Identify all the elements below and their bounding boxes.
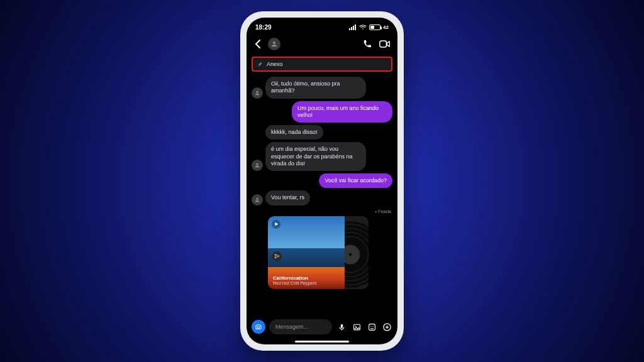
home-indicator [247, 338, 397, 344]
message-row: é um dia especial, não vou esquecer de d… [252, 142, 392, 171]
msg-avatar [252, 87, 263, 99]
svg-rect-0 [349, 28, 350, 30]
plus-icon[interactable] [381, 321, 392, 332]
pinned-banner[interactable]: Anexo [252, 57, 392, 72]
contact-avatar[interactable] [268, 38, 280, 50]
svg-rect-5 [380, 41, 387, 47]
message-bubble[interactable]: Vou tentar, rs [265, 190, 310, 205]
svg-point-16 [257, 326, 260, 329]
message-row: Oii, tudo ótimo, ansioso pra amanhã? [252, 77, 392, 99]
pin-icon [257, 61, 263, 67]
svg-rect-2 [353, 26, 354, 30]
media-card[interactable]: Californication Red Hot Chili Peppers [268, 216, 369, 289]
svg-point-8 [256, 197, 258, 199]
svg-point-15 [349, 253, 352, 255]
svg-point-19 [355, 326, 357, 327]
cellular-icon [349, 25, 357, 30]
camera-button[interactable] [252, 320, 265, 334]
message-input[interactable]: Mensagem... [269, 319, 332, 334]
message-placeholder: Mensagem... [275, 324, 308, 330]
svg-point-7 [256, 163, 258, 165]
msg-avatar [252, 160, 263, 171]
messages-list[interactable]: Oii, tudo ótimo, ansioso pra amanhã? Um … [247, 73, 397, 317]
message-bubble[interactable]: é um dia especial, não vou esquecer de d… [265, 142, 366, 171]
media-title: Californication [273, 275, 343, 281]
message-bubble[interactable]: Você vai ficar acordado? [319, 173, 392, 188]
composer: Mensagem... [247, 317, 397, 338]
mic-icon[interactable] [336, 321, 347, 332]
svg-rect-3 [355, 25, 356, 30]
status-bar: 18:29 42 [247, 20, 397, 34]
svg-point-6 [256, 90, 258, 92]
svg-point-22 [372, 326, 373, 326]
play-icon[interactable] [272, 220, 280, 229]
image-icon[interactable] [351, 321, 362, 332]
battery-icon [369, 25, 380, 30]
pinned-label: Anexo [267, 61, 283, 67]
screen: 18:29 42 [247, 18, 397, 344]
battery-pct: 42 [383, 25, 389, 30]
svg-rect-17 [340, 324, 342, 328]
status-right: 42 [349, 25, 389, 30]
phone-frame: 18:29 42 [240, 11, 404, 351]
msg-avatar [252, 194, 263, 206]
message-row: Você vai ficar acordado? [252, 173, 392, 188]
status-time: 18:29 [255, 24, 272, 31]
message-bubble[interactable]: kkkkk, nada disso! [265, 125, 323, 140]
media-caption: Californication Red Hot Chili Peppers [273, 275, 343, 285]
media-pinned-label: • Fixada [252, 209, 391, 214]
svg-point-21 [370, 326, 371, 326]
wifi-icon [359, 25, 367, 30]
svg-rect-20 [369, 324, 375, 330]
sticker-icon[interactable] [366, 321, 377, 332]
video-button[interactable] [379, 38, 391, 50]
call-button[interactable] [361, 38, 374, 50]
message-bubble[interactable]: Oii, tudo ótimo, ansioso pra amanhã? [265, 77, 366, 99]
share-icon[interactable] [272, 251, 282, 261]
chat-header [247, 34, 397, 54]
message-row: Um pouco, mais um ano ficando velho! [252, 101, 392, 123]
message-bubble[interactable]: Um pouco, mais um ano ficando velho! [292, 101, 392, 123]
svg-rect-1 [351, 27, 352, 30]
back-button[interactable] [253, 39, 263, 49]
media-artist: Red Hot Chili Peppers [273, 281, 343, 285]
message-row: kkkkk, nada disso! [252, 125, 392, 140]
svg-point-4 [273, 41, 275, 44]
message-row: Vou tentar, rs [252, 190, 392, 205]
